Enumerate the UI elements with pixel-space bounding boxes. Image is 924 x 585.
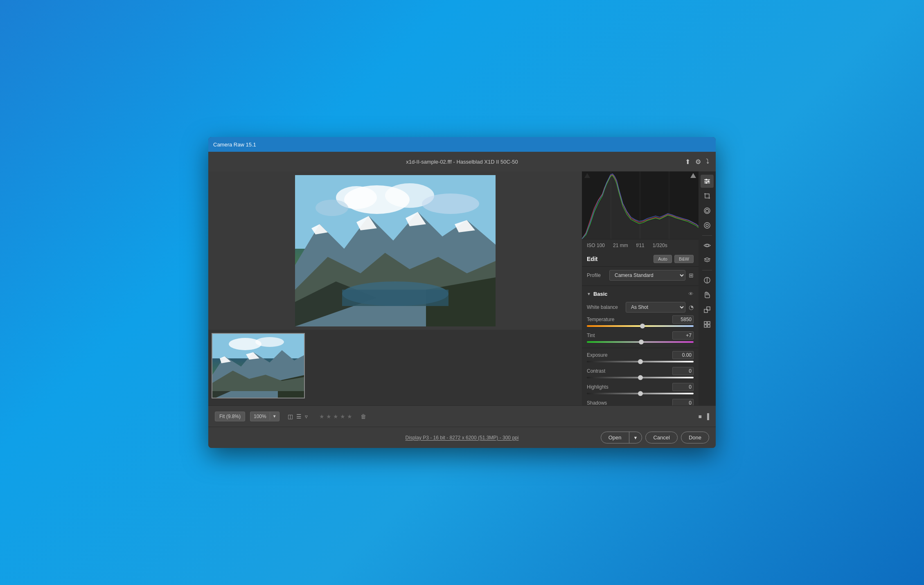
- export-icon[interactable]: ⬆: [685, 158, 690, 166]
- settings-icon[interactable]: ⚙: [695, 158, 701, 166]
- exif-shutter: 1/320s: [653, 243, 667, 248]
- svg-point-39: [706, 224, 708, 227]
- basic-visibility-icon[interactable]: 👁: [688, 291, 694, 297]
- zoom-dropdown-button[interactable]: ▼: [270, 412, 279, 420]
- star-1[interactable]: ★: [319, 413, 325, 420]
- compare-icon[interactable]: [701, 274, 714, 287]
- exif-focal: 21 mm: [613, 243, 628, 248]
- fit-zoom-button[interactable]: Fit (9.8%): [215, 412, 245, 421]
- tint-label: Tint: [587, 333, 672, 338]
- exposure-thumb[interactable]: [638, 359, 643, 364]
- shadows-value[interactable]: 0: [672, 399, 694, 405]
- star-3[interactable]: ★: [333, 413, 338, 420]
- exposure-value[interactable]: 0.00: [672, 351, 694, 359]
- contrast-track[interactable]: [587, 377, 694, 378]
- grid-icon[interactable]: [701, 318, 714, 331]
- bw-button[interactable]: B&W: [674, 255, 694, 263]
- main-image: [295, 175, 496, 326]
- toolbar-separator-2: [702, 270, 712, 270]
- basic-chevron-icon: ▼: [587, 292, 591, 296]
- svg-point-5: [316, 200, 348, 216]
- eyedropper-icon[interactable]: ◔: [689, 304, 694, 310]
- split-view-icon[interactable]: ▐: [705, 413, 709, 420]
- svg-rect-45: [704, 322, 707, 324]
- app-title: Camera Raw 15.1: [213, 142, 256, 148]
- main-content: ISO 100 21 mm f/11 1/320s Edit Auto B&W …: [208, 171, 716, 405]
- svg-point-38: [704, 223, 710, 228]
- contrast-value[interactable]: 0: [672, 367, 694, 375]
- heal-icon[interactable]: [701, 204, 714, 217]
- svg-point-37: [704, 208, 710, 214]
- exif-iso: ISO 100: [587, 243, 605, 248]
- list-view-icon[interactable]: ☰: [296, 413, 302, 420]
- svg-rect-48: [708, 325, 710, 327]
- divider-2: [582, 348, 699, 348]
- layers-icon[interactable]: [701, 254, 714, 267]
- basic-section-header[interactable]: ▼ Basic 👁: [582, 288, 699, 300]
- highlights-thumb[interactable]: [638, 391, 643, 396]
- right-panel: ISO 100 21 mm f/11 1/320s Edit Auto B&W …: [582, 171, 699, 405]
- red-eye-icon[interactable]: [701, 239, 714, 252]
- svg-rect-46: [708, 322, 710, 324]
- title-bar: Camera Raw 15.1: [208, 137, 716, 152]
- auto-button[interactable]: Auto: [654, 255, 672, 263]
- shadows-header: Shadows 0: [587, 399, 694, 405]
- exposure-track[interactable]: [587, 361, 694, 362]
- profile-row: Profile Camera Standard ⊞: [582, 267, 699, 284]
- clip-highlights-icon[interactable]: [690, 173, 696, 178]
- footer-bar: Display P3 - 16 bit - 8272 x 6200 (51.3M…: [208, 427, 716, 448]
- tint-value[interactable]: +7: [672, 331, 694, 340]
- contrast-header: Contrast 0: [587, 367, 694, 375]
- basic-title: Basic: [593, 291, 688, 297]
- image-area: [208, 171, 582, 330]
- temperature-track[interactable]: [587, 325, 694, 327]
- color-sampler-icon[interactable]: [701, 303, 714, 316]
- svg-rect-15: [342, 290, 448, 306]
- tint-thumb[interactable]: [639, 340, 644, 344]
- open-dropdown-button[interactable]: ▼: [629, 432, 642, 443]
- exif-bar: ISO 100 21 mm f/11 1/320s: [582, 239, 699, 252]
- open-button-group: Open ▼: [601, 432, 642, 443]
- masking-icon[interactable]: [701, 219, 714, 232]
- temperature-value[interactable]: 5850: [672, 315, 694, 324]
- highlights-value[interactable]: 0: [672, 383, 694, 391]
- adjust-icon[interactable]: [701, 175, 714, 188]
- profile-select[interactable]: Camera Standard: [609, 270, 685, 281]
- svg-rect-44: [707, 307, 710, 310]
- trash-icon[interactable]: 🗑: [361, 413, 366, 420]
- open-button[interactable]: Open: [601, 432, 629, 443]
- hand-icon[interactable]: [701, 288, 714, 302]
- grid-view-icon[interactable]: ◫: [288, 413, 293, 420]
- highlights-header: Highlights 0: [587, 383, 694, 391]
- footer-actions: Open ▼ Cancel Done: [601, 432, 709, 443]
- temperature-thumb[interactable]: [640, 324, 645, 328]
- side-toolbar: [699, 171, 716, 405]
- clip-shadows-icon[interactable]: [584, 173, 590, 178]
- exposure-label: Exposure: [587, 352, 672, 358]
- star-rating: ★ ★ ★ ★ ★: [319, 413, 352, 420]
- before-after-icon[interactable]: ■: [699, 413, 702, 420]
- shadows-slider-row: Shadows 0: [582, 398, 699, 405]
- wb-select[interactable]: As Shot: [626, 302, 685, 313]
- cancel-button[interactable]: Cancel: [645, 432, 677, 443]
- tint-track[interactable]: [587, 341, 694, 343]
- filter-icon[interactable]: ▿: [305, 413, 308, 420]
- crop-icon[interactable]: [701, 189, 714, 202]
- svg-rect-43: [704, 309, 708, 313]
- top-bar: x1d-II-sample-02.fff - Hasselblad X1D II…: [208, 152, 716, 171]
- tint-header: Tint +7: [587, 331, 694, 340]
- highlights-track[interactable]: [587, 393, 694, 394]
- white-balance-row: White balance As Shot ◔: [582, 300, 699, 314]
- star-5[interactable]: ★: [347, 413, 352, 420]
- thumbnail[interactable]: [212, 333, 305, 398]
- expand-icon[interactable]: ⤵: [706, 158, 709, 165]
- done-button[interactable]: Done: [681, 432, 709, 443]
- star-4[interactable]: ★: [340, 413, 345, 420]
- compare-icons: ■ ▐: [699, 413, 709, 420]
- star-2[interactable]: ★: [326, 413, 331, 420]
- svg-point-18: [255, 337, 284, 347]
- profile-grid-icon[interactable]: ⊞: [689, 272, 694, 279]
- histogram: [582, 171, 699, 239]
- contrast-thumb[interactable]: [638, 375, 643, 380]
- temperature-slider-row: Temperature 5850: [582, 314, 699, 330]
